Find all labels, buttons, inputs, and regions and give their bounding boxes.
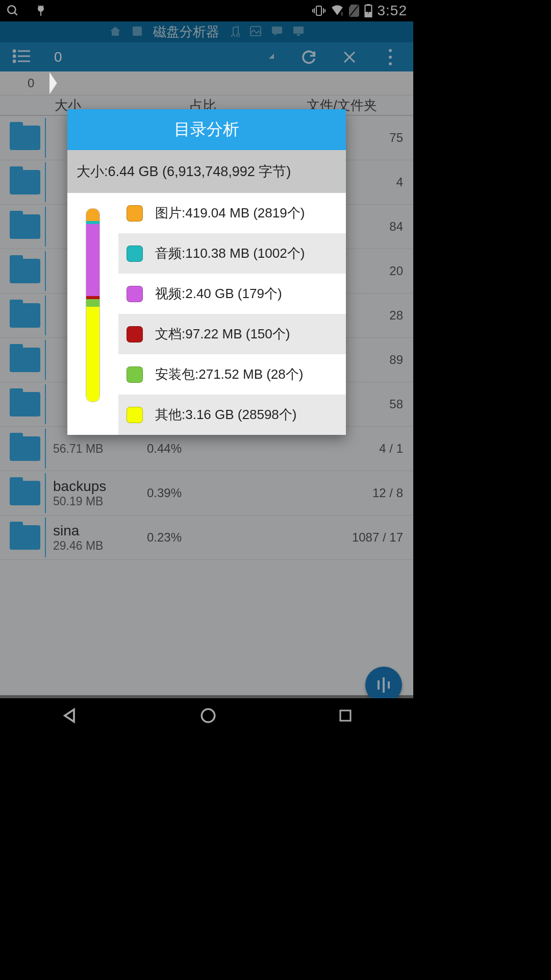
category-label: 文档:97.22 MB (150个) [155, 325, 290, 343]
bar-segment [86, 299, 99, 307]
category-item[interactable]: 音频:110.38 MB (1002个) [118, 233, 346, 274]
category-item[interactable]: 文档:97.22 MB (150个) [118, 314, 346, 354]
modal-overlay[interactable]: 目录分析 大小:6.44 GB (6,913,748,992 字节) 图片:41… [0, 0, 413, 735]
color-swatch [127, 326, 143, 342]
category-item[interactable]: 图片:419.04 MB (2819个) [118, 193, 346, 233]
bar-segment [86, 209, 99, 221]
category-label: 安装包:271.52 MB (28个) [155, 365, 303, 383]
screen: ! 3:52 磁盘分析器 0 0 大小 占比 文件/文件夹 75484 [0, 0, 413, 735]
category-item[interactable]: 其他:3.16 GB (28598个) [118, 395, 346, 435]
color-swatch [127, 246, 143, 262]
category-label: 图片:419.04 MB (2819个) [155, 204, 305, 222]
bar-segment [86, 224, 99, 296]
category-label: 音频:110.38 MB (1002个) [155, 244, 305, 262]
stacked-bar-chart [67, 193, 118, 435]
color-swatch [127, 286, 143, 302]
directory-analysis-dialog: 目录分析 大小:6.44 GB (6,913,748,992 字节) 图片:41… [67, 109, 346, 435]
category-label: 其他:3.16 GB (28598个) [155, 406, 296, 424]
category-item[interactable]: 视频:2.40 GB (179个) [118, 274, 346, 314]
dialog-size-line: 大小:6.44 GB (6,913,748,992 字节) [67, 150, 346, 193]
category-list: 图片:419.04 MB (2819个)音频:110.38 MB (1002个)… [118, 193, 346, 435]
dialog-title: 目录分析 [67, 109, 346, 150]
color-swatch [127, 205, 143, 222]
category-label: 视频:2.40 GB (179个) [155, 285, 282, 303]
color-swatch [127, 407, 143, 423]
bar-segment [86, 307, 99, 402]
color-swatch [127, 366, 143, 383]
category-item[interactable]: 安装包:271.52 MB (28个) [118, 354, 346, 395]
